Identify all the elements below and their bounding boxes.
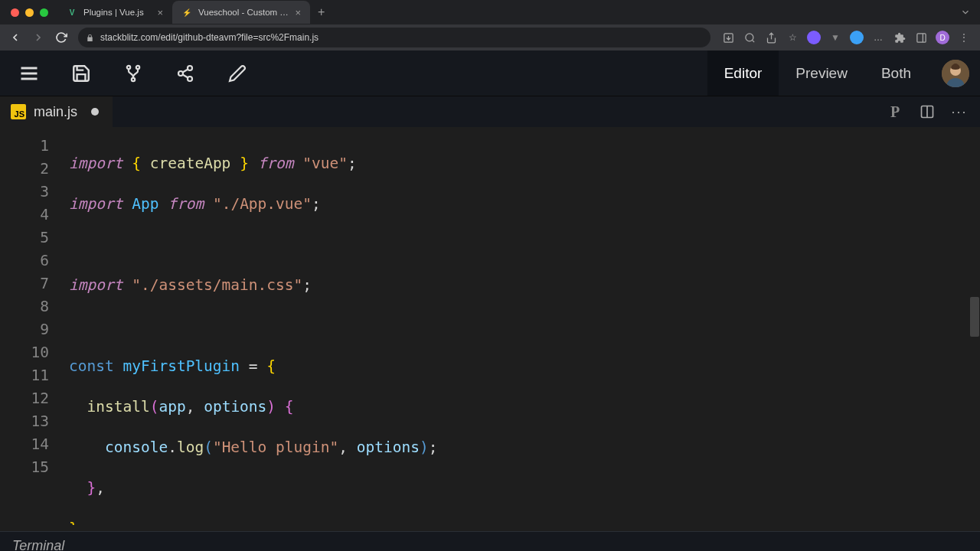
svg-point-12 [188, 66, 192, 70]
scrollbar-thumb[interactable] [970, 297, 979, 337]
save-icon[interactable] [70, 63, 92, 84]
view-tab-both[interactable]: Both [864, 51, 928, 96]
menu-icon[interactable]: ⋮ [957, 31, 971, 44]
file-tab-bar: JS main.js P ··· [0, 96, 980, 127]
fork-icon[interactable] [122, 63, 144, 84]
file-tab-mainjs[interactable]: JS main.js [0, 96, 113, 127]
zoom-icon[interactable] [743, 31, 756, 44]
ext-icon-1[interactable] [807, 31, 821, 44]
maximize-window-icon[interactable] [40, 8, 48, 17]
ext-icon-4[interactable]: … [871, 31, 885, 44]
reload-button[interactable] [55, 31, 67, 44]
share-icon[interactable] [764, 31, 778, 44]
traffic-lights [8, 8, 57, 17]
view-tab-editor[interactable]: Editor [707, 51, 779, 96]
tab-title: Vueschool - Custom Vue Js 3 [198, 8, 289, 17]
browser-tab-bar: V Plugins | Vue.js × ⚡ Vueschool - Custo… [0, 0, 980, 24]
prettier-icon[interactable]: P [887, 103, 903, 120]
address-bar: stackblitz.com/edit/github-dteavm?file=s… [0, 24, 980, 51]
user-avatar[interactable] [942, 60, 969, 87]
lock-icon [86, 34, 94, 42]
browser-right-icons: ☆ ▼ … D ⋮ [721, 31, 971, 44]
back-button[interactable] [9, 31, 21, 44]
stackblitz-favicon-icon: ⚡ [181, 7, 192, 18]
split-editor-icon[interactable] [919, 103, 936, 120]
close-tab-icon[interactable]: × [157, 7, 163, 18]
svg-point-13 [178, 71, 183, 76]
url-text: stackblitz.com/edit/github-dteavm?file=s… [100, 32, 318, 43]
profile-icon[interactable]: D [936, 31, 949, 44]
browser-chrome: V Plugins | Vue.js × ⚡ Vueschool - Custo… [0, 0, 980, 51]
svg-line-2 [752, 40, 754, 42]
code-content[interactable]: import { createApp } from "vue"; import … [69, 127, 980, 525]
bookmark-icon[interactable]: ☆ [786, 31, 799, 44]
svg-rect-4 [916, 33, 925, 41]
minimize-window-icon[interactable] [25, 8, 34, 17]
svg-line-15 [183, 74, 188, 77]
forward-button[interactable] [32, 31, 44, 44]
svg-point-14 [188, 77, 192, 81]
file-tab-name: main.js [34, 104, 77, 120]
terminal-panel[interactable]: Terminal [0, 531, 980, 551]
code-editor[interactable]: 123456789101112131415 import { createApp… [0, 127, 980, 525]
chrome-expand-icon[interactable] [960, 7, 980, 18]
url-field[interactable]: stackblitz.com/edit/github-dteavm?file=s… [78, 28, 710, 47]
view-mode-tabs: Editor Preview Both [707, 51, 928, 96]
share-project-icon[interactable] [175, 63, 196, 84]
svg-line-16 [183, 69, 188, 72]
ext-icon-2[interactable]: ▼ [828, 31, 842, 44]
menu-hamburger-icon[interactable] [18, 63, 40, 84]
svg-point-11 [132, 77, 135, 80]
app-toolbar: Editor Preview Both [0, 51, 980, 96]
svg-point-9 [127, 65, 130, 68]
ext-icon-3[interactable] [850, 31, 864, 44]
tab-title: Plugins | Vue.js [83, 8, 151, 17]
edit-pencil-icon[interactable] [227, 63, 248, 84]
js-file-icon: JS [11, 104, 26, 119]
view-tab-preview[interactable]: Preview [779, 51, 864, 96]
vue-favicon-icon: V [67, 7, 77, 18]
browser-tab-vuejs[interactable]: V Plugins | Vue.js × [57, 1, 172, 24]
svg-point-1 [745, 33, 753, 41]
close-window-icon[interactable] [11, 8, 19, 17]
unsaved-indicator-icon [91, 108, 99, 116]
close-tab-icon[interactable]: × [295, 7, 301, 18]
editor-scrollbar[interactable] [969, 127, 980, 525]
install-app-icon[interactable] [721, 31, 735, 44]
new-tab-button[interactable]: + [310, 5, 332, 19]
extensions-icon[interactable] [893, 31, 906, 44]
side-panel-icon[interactable] [914, 31, 928, 44]
browser-tab-vueschool[interactable]: ⚡ Vueschool - Custom Vue Js 3 × [172, 1, 310, 24]
svg-point-10 [136, 65, 139, 68]
more-actions-icon[interactable]: ··· [951, 103, 968, 120]
terminal-label: Terminal [12, 538, 64, 551]
line-gutter: 123456789101112131415 [0, 127, 69, 525]
